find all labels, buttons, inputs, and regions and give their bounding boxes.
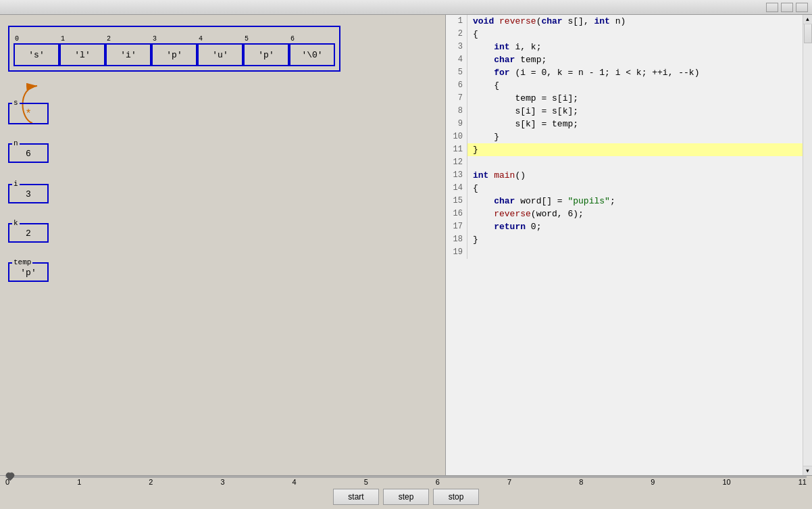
timeline-label: 5	[364, 478, 368, 486]
line-content-5: for (i = 0, k = n - 1; i < k; ++i, --k)	[467, 66, 699, 79]
scroll-down-button[interactable]: ▼	[803, 466, 812, 475]
var-value-k: 2	[16, 227, 41, 239]
var-label-s: s	[12, 99, 20, 107]
timeline-label: 2	[149, 478, 153, 486]
timeline-track[interactable]	[5, 476, 807, 478]
word-array-container: 0's'1'l'2'i'3'p'4'u'5'p'6'\0'	[8, 26, 340, 72]
line-content-9: s[k] = temp;	[467, 118, 578, 130]
var-box-n: n6	[8, 143, 49, 163]
token: n)	[610, 16, 626, 26]
code-line-18: 18}	[446, 233, 812, 246]
timeline-label: 8	[579, 478, 583, 486]
line-number-14: 14	[446, 182, 467, 195]
var-label-i: i	[12, 180, 20, 188]
timeline-label: 3	[220, 478, 224, 486]
line-number-6: 6	[446, 79, 467, 92]
code-line-17: 17 return 0;	[446, 220, 812, 233]
var-label-temp: temp	[12, 258, 32, 266]
code-line-11: 11}	[446, 143, 812, 156]
token: reverse	[494, 209, 531, 219]
line-number-15: 15	[446, 195, 467, 208]
token	[473, 93, 515, 103]
token: reverse	[499, 16, 536, 26]
array-cell-4: 4'u'	[197, 37, 243, 66]
line-content-3: int i, k;	[467, 41, 541, 53]
token: word[] =	[515, 196, 567, 206]
var-box-k: k2	[8, 223, 49, 243]
timeline-label: 9	[651, 478, 655, 486]
token: main	[494, 170, 515, 180]
code-area[interactable]: 1void reverse(char s[], int n)2{3 int i,…	[446, 15, 812, 475]
var-container-s: s*	[8, 103, 49, 124]
token	[494, 16, 499, 26]
var-value-i: 3	[16, 188, 41, 199]
token: char	[494, 55, 515, 65]
token: i, k;	[510, 42, 542, 52]
start-button[interactable]: start	[333, 489, 379, 505]
line-number-12: 12	[446, 156, 467, 169]
token: ;	[610, 196, 615, 206]
array-cell-0: 0's'	[14, 37, 59, 66]
token	[473, 222, 494, 232]
line-content-2: {	[467, 28, 478, 41]
line-content-12	[467, 156, 473, 169]
token	[473, 42, 494, 52]
token: s[k] = temp;	[515, 119, 578, 129]
line-number-4: 4	[446, 53, 467, 66]
minimize-button[interactable]	[766, 3, 778, 12]
token	[473, 106, 515, 116]
array-cell-value-2: 'i'	[105, 43, 151, 66]
marker-icon	[5, 472, 15, 481]
maximize-button[interactable]	[781, 3, 793, 12]
line-number-3: 3	[446, 41, 467, 53]
titlebar	[0, 0, 812, 15]
line-number-7: 7	[446, 92, 467, 105]
step-button[interactable]: step	[383, 489, 429, 505]
timeline-label: 11	[798, 478, 807, 486]
timeline-label: 10	[722, 478, 730, 486]
line-content-18: }	[467, 233, 478, 246]
var-container-temp: temp'p'	[8, 262, 49, 282]
token	[473, 80, 494, 91]
array-index-5: 5	[245, 35, 249, 43]
token: s[],	[563, 16, 594, 26]
line-number-11: 11	[446, 143, 467, 156]
token: temp;	[515, 55, 547, 65]
token: s[i] = s[k];	[515, 106, 578, 116]
token: (i = 0, k = n - 1; i < k; ++i, --k)	[510, 68, 700, 78]
token	[473, 55, 494, 65]
code-line-13: 13int main()	[446, 169, 812, 182]
line-number-10: 10	[446, 130, 467, 143]
array-cell-1: 1'l'	[59, 37, 105, 66]
line-content-4: char temp;	[467, 53, 547, 66]
timeline-labels: 01234567891011	[0, 478, 812, 486]
code-line-6: 6 {	[446, 79, 812, 92]
line-content-13: int main()	[467, 169, 526, 182]
code-line-14: 14{	[446, 182, 812, 195]
token	[473, 132, 494, 142]
scroll-up-button[interactable]: ▲	[803, 15, 812, 24]
var-value-s: *	[16, 107, 41, 120]
var-box-i: i3	[8, 184, 49, 203]
token: 0;	[526, 222, 541, 232]
scrollbar[interactable]	[803, 15, 812, 475]
close-button[interactable]	[796, 3, 808, 12]
array-cell-5: 5'p'	[243, 37, 289, 66]
stop-button[interactable]: stop	[433, 489, 479, 505]
timeline-label: 7	[507, 478, 511, 486]
array-cell-value-3: 'p'	[151, 43, 197, 66]
token	[473, 196, 494, 206]
code-line-16: 16 reverse(word, 6);	[446, 208, 812, 220]
line-content-11: }	[467, 143, 478, 156]
timeline-label: 1	[77, 478, 81, 486]
timeline-label: 4	[293, 478, 297, 486]
var-value-temp: 'p'	[16, 266, 41, 278]
line-number-1: 1	[446, 15, 467, 28]
line-number-2: 2	[446, 28, 467, 41]
line-number-8: 8	[446, 105, 467, 118]
line-number-18: 18	[446, 233, 467, 246]
array-cell-value-4: 'u'	[197, 43, 243, 66]
token: }	[494, 132, 499, 142]
token: (word, 6);	[531, 209, 584, 219]
line-number-9: 9	[446, 118, 467, 130]
